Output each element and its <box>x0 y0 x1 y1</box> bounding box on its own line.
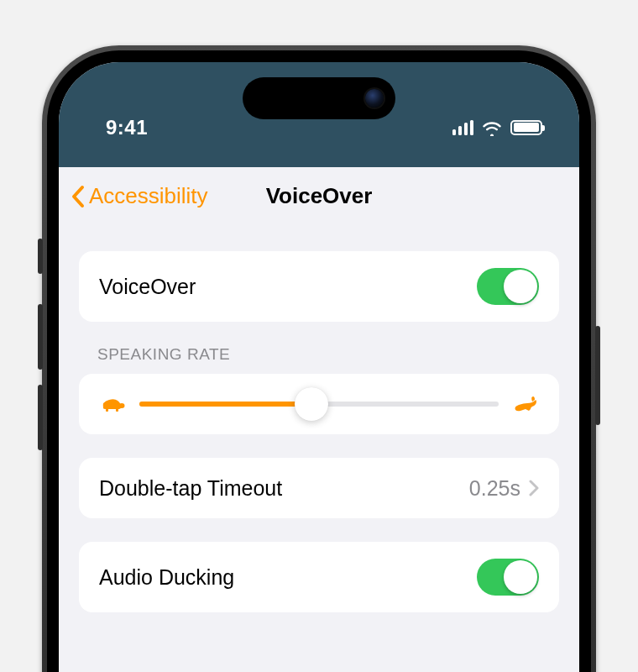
screen: 9:41 <box>59 62 579 672</box>
chevron-right-icon <box>529 480 539 496</box>
hare-icon <box>512 395 539 413</box>
audio-ducking-label: Audio Ducking <box>99 565 234 590</box>
svg-point-0 <box>119 403 125 408</box>
battery-icon <box>510 120 542 135</box>
double-tap-timeout-row[interactable]: Double-tap Timeout 0.25s <box>79 458 559 518</box>
speaking-rate-header: SPEAKING RATE <box>79 345 559 374</box>
back-button[interactable]: Accessibility <box>59 183 208 209</box>
audio-ducking-row: Audio Ducking <box>79 542 559 612</box>
chevron-left-icon <box>71 185 86 208</box>
svg-rect-1 <box>106 408 108 412</box>
voiceover-label: VoiceOver <box>99 275 196 299</box>
wifi-icon <box>481 119 503 136</box>
phone-frame: 9:41 <box>42 45 596 672</box>
double-tap-label: Double-tap Timeout <box>99 476 282 501</box>
voiceover-row: VoiceOver <box>79 251 559 322</box>
status-time: 9:41 <box>106 116 148 139</box>
speaking-rate-row <box>79 374 559 434</box>
tortoise-icon <box>99 395 126 413</box>
back-label: Accessibility <box>89 183 208 209</box>
nav-bar: Accessibility VoiceOver <box>59 167 579 226</box>
audio-ducking-toggle[interactable] <box>477 559 539 596</box>
voiceover-toggle[interactable] <box>477 268 539 305</box>
camera-icon <box>365 89 384 108</box>
cellular-signal-icon <box>452 120 474 135</box>
page-title: VoiceOver <box>266 183 373 209</box>
speaking-rate-slider[interactable] <box>139 402 499 407</box>
svg-rect-2 <box>116 408 118 412</box>
dynamic-island <box>243 77 395 119</box>
double-tap-value: 0.25s <box>469 476 520 501</box>
